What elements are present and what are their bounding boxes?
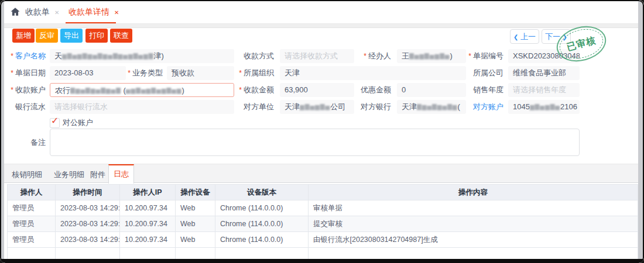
cp-bank-part: (	[458, 102, 460, 111]
add-button[interactable]: 新增	[12, 29, 35, 43]
detail-tabbar: 核销明细 业务明细 附件 日志	[0, 164, 644, 183]
tab-business-detail[interactable]: 业务明细	[54, 169, 84, 180]
table-row: 管理员 2023-08-03 14:29:28 10.200.97.34 Web…	[8, 232, 638, 248]
recv-account-label: 收款账户	[5, 83, 46, 97]
biz-type-label: 业务类型	[124, 66, 163, 80]
censored-text: ▇▅▆▇▅▆▇▅	[409, 53, 450, 59]
cell: 管理员	[8, 216, 56, 231]
biz-type-field[interactable]: 预收款	[167, 66, 234, 80]
cell: Chrome (114.0.0.0)	[215, 200, 309, 216]
close-icon[interactable]: ✕	[54, 9, 59, 16]
recv-account-part: 农行	[55, 86, 70, 95]
cell: 提交审核	[309, 216, 638, 231]
cell: 2023-08-03 14:29:33	[56, 216, 120, 231]
prev-button[interactable]: ❮ 上一	[510, 29, 539, 44]
cell: 管理员	[8, 200, 56, 216]
agent-label: 经办人	[350, 49, 391, 63]
cp-unit-field[interactable]: 天津▆▇▅▆▇▅公司	[280, 100, 354, 114]
col-content: 操作内容	[309, 185, 638, 200]
cp-account-label[interactable]: 对方账户	[463, 100, 503, 114]
org-field[interactable]: 天津	[280, 66, 466, 80]
window-edge-bottom	[1, 259, 643, 262]
window-scrollbar-track[interactable]	[638, 1, 643, 259]
customer-name-label: 客户名称	[5, 49, 46, 63]
cell: 管理员	[8, 232, 56, 247]
cell: 2023-08-03 14:29:28	[56, 232, 120, 247]
col-device-version: 设备版本	[215, 185, 309, 200]
cp-unit-part: 天津	[285, 102, 300, 111]
next-button[interactable]: 下一 ❯	[542, 29, 571, 44]
company-label: 所属公司	[463, 66, 503, 80]
col-ip: 操作人IP	[120, 185, 176, 200]
customer-name-part: 津)	[153, 51, 163, 60]
censored-text: ▆▇▅▆▇▆▅▇▆▅▇▆▅▆▇▅▆▇	[62, 53, 153, 59]
export-button[interactable]: 导出	[60, 29, 83, 43]
censored-text: ▅▆▇▅▆▇▅▆▇▅▆	[126, 87, 182, 94]
tab-receipt-detail-label: 收款单详情	[68, 7, 109, 16]
close-icon[interactable]: ✕	[114, 9, 119, 16]
app-window: 收款单✕ 收款单详情✕ 新增 反审 导出 打印 联查 ❮ 上一 下一 ❯ 已审核…	[0, 0, 644, 263]
cell: 10.200.97.34	[120, 200, 176, 216]
agent-part: 王	[402, 51, 409, 60]
active-tab-underline	[66, 22, 116, 23]
cp-unit-part: 公司	[330, 102, 345, 111]
tab-receipt-list-label: 收款单	[25, 7, 50, 16]
tab-receipt-list[interactable]: 收款单✕	[25, 6, 59, 19]
cp-unit-label: 对方单位	[233, 100, 274, 114]
discount-label: 优惠金额	[350, 83, 391, 97]
cp-account-field[interactable]: 1045▆▇▅▆▇▅2106	[508, 100, 580, 114]
sales-year-label: 销售年度	[463, 83, 503, 97]
top-tabbar: 收款单✕ 收款单详情✕	[0, 0, 644, 24]
cell: Web	[176, 232, 215, 247]
company-field[interactable]: 维维食品事业部	[508, 66, 580, 80]
cell: 审核单据	[309, 200, 638, 216]
doc-date-label: 单据日期	[5, 66, 46, 80]
tab-receipt-detail[interactable]: 收款单详情✕	[68, 6, 119, 19]
print-button[interactable]: 打印	[85, 29, 108, 43]
cp-account-part: 1045	[513, 102, 530, 111]
tab-attachments[interactable]: 附件	[90, 169, 105, 180]
recv-amount-field[interactable]: 63,900	[280, 83, 354, 97]
remark-textarea[interactable]	[50, 129, 580, 156]
cp-bank-part: 天津	[402, 102, 417, 111]
org-label: 所属组织	[233, 66, 274, 80]
unaudit-button[interactable]: 反审	[36, 29, 58, 43]
cp-bank-field[interactable]: 天津▇▆▅▇▆▅▇▆(	[397, 100, 466, 114]
tab-writeoff-detail[interactable]: 核销明细	[12, 169, 42, 180]
recv-account-part: (	[121, 86, 126, 95]
public-account-checkbox[interactable]: ✓	[50, 118, 60, 128]
censored-text: ▆▇▅▆▇▅	[530, 103, 560, 110]
bank-flow-field[interactable]: 请选择银行流水	[50, 100, 234, 114]
censored-text: ▇▆▅▇▆▅▇▆	[417, 103, 458, 110]
recv-account-part: )	[181, 86, 184, 95]
doc-no-field[interactable]: XSKD20230803048	[508, 49, 580, 63]
cell: Web	[176, 216, 215, 231]
tab-log[interactable]: 日志	[108, 164, 134, 184]
doc-date-field[interactable]: 2023-08-03	[50, 66, 126, 80]
bank-flow-placeholder: 请选择银行流水	[54, 102, 108, 111]
cell: 由银行流水[20230803142704987]生成	[309, 232, 638, 247]
pay-method-label: 收款方式	[233, 49, 274, 63]
log-table: 操作人 操作时间 操作人IP 操作设备 设备版本 操作内容 管理员 2023-0…	[7, 184, 638, 263]
linkquery-button[interactable]: 联查	[110, 29, 132, 43]
col-operator: 操作人	[8, 185, 56, 200]
doc-no-label: 单据编号	[463, 49, 503, 63]
pay-method-field[interactable]: 请选择收款方式	[280, 49, 354, 63]
home-icon[interactable]	[10, 6, 20, 17]
remark-label: 备注	[16, 136, 46, 150]
recv-amount-label: 收款金额	[233, 83, 274, 97]
cp-account-part: 2106	[560, 102, 577, 111]
agent-part: )	[450, 51, 453, 60]
recv-account-field[interactable]: 农行▇▆▅▇▆▅▇▆▅▇ (▅▆▇▅▆▇▅▆▇▅▆)	[50, 83, 234, 97]
table-row: 管理员 2023-08-03 14:29:33 10.200.97.34 Web…	[8, 216, 638, 232]
chevron-left-icon: ❮	[513, 34, 518, 40]
customer-name-part: 天	[54, 51, 62, 60]
agent-field[interactable]: 王▇▅▆▇▅▆▇▅)	[397, 49, 466, 63]
cell: 10.200.97.34	[120, 216, 176, 231]
cp-bank-label: 对方银行	[350, 100, 391, 114]
sales-year-field[interactable]: 请选择销售年度	[508, 83, 580, 97]
discount-field[interactable]: 0	[397, 83, 466, 97]
prev-label: 上一	[520, 32, 536, 41]
col-device: 操作设备	[176, 185, 215, 200]
customer-name-field[interactable]: 天▆▇▅▆▇▆▅▇▆▅▇▆▅▆▇▅▆▇津)	[50, 49, 234, 63]
